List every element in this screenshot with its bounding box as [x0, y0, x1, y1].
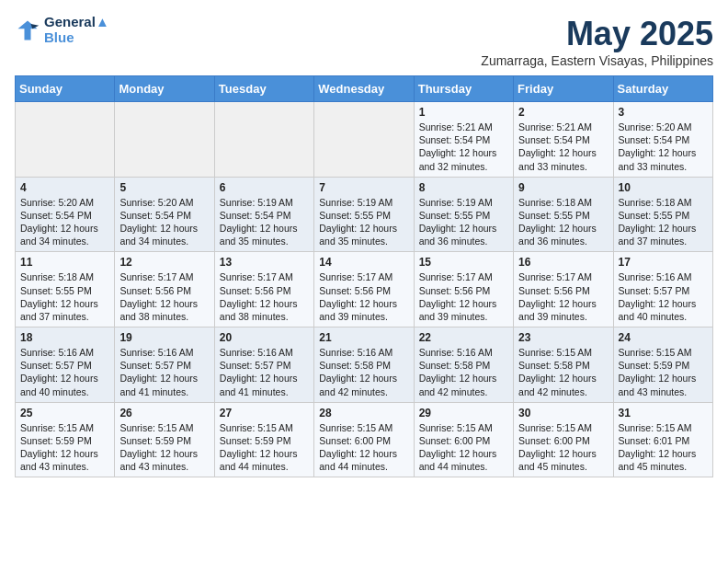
calendar-cell: 7Sunrise: 5:19 AMSunset: 5:55 PMDaylight… [314, 177, 414, 252]
cell-text: Sunset: 5:55 PM [518, 209, 608, 222]
cell-text: Sunset: 5:59 PM [119, 434, 209, 447]
cell-text: Daylight: 12 hours [419, 372, 508, 385]
cell-text: and 37 minutes. [619, 235, 708, 247]
cell-text: Sunset: 5:58 PM [319, 359, 408, 372]
cell-text: Sunset: 5:56 PM [518, 284, 608, 297]
day-number: 24 [619, 331, 708, 344]
calendar-cell: 14Sunrise: 5:17 AMSunset: 5:56 PMDayligh… [314, 252, 414, 327]
cell-text: Sunset: 5:54 PM [518, 133, 608, 146]
cell-text: Sunrise: 5:18 AM [518, 196, 608, 209]
calendar-cell [16, 102, 115, 178]
cell-text: Sunrise: 5:15 AM [119, 421, 209, 434]
cell-text: Daylight: 12 hours [518, 297, 608, 310]
cell-text: and 42 minutes. [319, 385, 408, 398]
cell-text: Sunset: 5:57 PM [119, 359, 209, 372]
cell-text: Sunset: 5:58 PM [419, 359, 508, 372]
cell-text: Daylight: 12 hours [119, 447, 209, 460]
day-number: 23 [518, 331, 608, 344]
calendar-cell: 19Sunrise: 5:16 AMSunset: 5:57 PMDayligh… [115, 327, 214, 403]
calendar-cell: 11Sunrise: 5:18 AMSunset: 5:55 PMDayligh… [16, 252, 115, 327]
cell-text: and 39 minutes. [518, 310, 608, 323]
calendar-cell [214, 102, 313, 178]
cell-text: Sunrise: 5:16 AM [220, 346, 309, 359]
cell-text: Sunrise: 5:16 AM [119, 346, 209, 359]
cell-text: Daylight: 12 hours [419, 297, 508, 310]
calendar-cell: 3Sunrise: 5:20 AMSunset: 5:54 PMDaylight… [613, 102, 712, 178]
cell-text: and 34 minutes. [20, 235, 109, 247]
day-number: 21 [319, 331, 408, 344]
cell-text: Sunset: 5:58 PM [518, 359, 608, 372]
cell-text: Sunset: 5:59 PM [619, 359, 708, 372]
day-number: 31 [619, 407, 708, 419]
cell-text: Daylight: 12 hours [220, 372, 309, 385]
day-number: 19 [119, 331, 209, 344]
cell-text: Sunset: 5:54 PM [220, 209, 309, 222]
day-number: 26 [119, 407, 209, 419]
day-header-tuesday: Tuesday [214, 76, 313, 102]
calendar-cell: 24Sunrise: 5:15 AMSunset: 5:59 PMDayligh… [613, 327, 712, 403]
cell-text: Daylight: 12 hours [619, 222, 708, 235]
day-number: 18 [20, 331, 109, 344]
cell-text: Sunset: 6:00 PM [319, 434, 408, 447]
calendar-cell: 31Sunrise: 5:15 AMSunset: 6:01 PMDayligh… [613, 402, 712, 477]
day-number: 5 [119, 181, 209, 194]
cell-text: Daylight: 12 hours [220, 297, 309, 310]
day-number: 30 [518, 407, 608, 419]
day-number: 11 [20, 256, 109, 269]
day-number: 28 [319, 407, 408, 419]
calendar-week-3: 11Sunrise: 5:18 AMSunset: 5:55 PMDayligh… [16, 252, 713, 327]
cell-text: and 39 minutes. [319, 310, 408, 323]
cell-text: Daylight: 12 hours [319, 222, 408, 235]
calendar-header: SundayMondayTuesdayWednesdayThursdayFrid… [16, 76, 713, 102]
cell-text: Sunrise: 5:20 AM [619, 121, 708, 133]
calendar-cell: 4Sunrise: 5:20 AMSunset: 5:54 PMDaylight… [16, 177, 115, 252]
cell-text: Sunrise: 5:15 AM [319, 421, 408, 434]
cell-text: Sunrise: 5:17 AM [319, 270, 408, 283]
cell-text: Sunrise: 5:15 AM [619, 421, 708, 434]
calendar-cell: 29Sunrise: 5:15 AMSunset: 6:00 PMDayligh… [414, 402, 513, 477]
cell-text: Daylight: 12 hours [20, 447, 109, 460]
cell-text: Sunset: 6:00 PM [419, 434, 508, 447]
cell-text: and 36 minutes. [518, 235, 608, 247]
day-number: 6 [220, 181, 309, 194]
day-number: 3 [619, 106, 708, 119]
cell-text: Sunrise: 5:17 AM [518, 270, 608, 283]
cell-text: Sunset: 5:56 PM [319, 284, 408, 297]
cell-text: Sunrise: 5:16 AM [419, 346, 508, 359]
cell-text: Daylight: 12 hours [20, 222, 109, 235]
day-header-thursday: Thursday [414, 76, 513, 102]
cell-text: and 44 minutes. [419, 460, 508, 473]
day-number: 7 [319, 181, 408, 194]
day-header-wednesday: Wednesday [314, 76, 414, 102]
cell-text: and 41 minutes. [119, 385, 209, 398]
cell-text: Sunrise: 5:17 AM [419, 270, 508, 283]
calendar-week-2: 4Sunrise: 5:20 AMSunset: 5:54 PMDaylight… [16, 177, 713, 252]
cell-text: Sunset: 5:57 PM [220, 359, 309, 372]
cell-text: Sunrise: 5:16 AM [20, 346, 109, 359]
cell-text: Daylight: 12 hours [419, 146, 508, 159]
calendar-cell [314, 102, 414, 178]
cell-text: Daylight: 12 hours [619, 447, 708, 460]
cell-text: Sunset: 5:55 PM [20, 284, 109, 297]
cell-text: Daylight: 12 hours [518, 447, 608, 460]
cell-text: Daylight: 12 hours [619, 146, 708, 159]
calendar-table: SundayMondayTuesdayWednesdayThursdayFrid… [15, 75, 713, 477]
cell-text: and 33 minutes. [619, 160, 708, 173]
calendar-cell: 23Sunrise: 5:15 AMSunset: 5:58 PMDayligh… [514, 327, 613, 403]
cell-text: and 35 minutes. [220, 235, 309, 247]
cell-text: Daylight: 12 hours [119, 297, 209, 310]
cell-text: and 40 minutes. [619, 310, 708, 323]
cell-text: Daylight: 12 hours [319, 447, 408, 460]
calendar-cell: 6Sunrise: 5:19 AMSunset: 5:54 PMDaylight… [214, 177, 313, 252]
cell-text: and 43 minutes. [619, 385, 708, 398]
cell-text: Sunrise: 5:15 AM [518, 346, 608, 359]
cell-text: Sunrise: 5:20 AM [20, 196, 109, 209]
day-header-friday: Friday [514, 76, 613, 102]
cell-text: Daylight: 12 hours [20, 297, 109, 310]
cell-text: and 42 minutes. [419, 385, 508, 398]
day-number: 9 [518, 181, 608, 194]
cell-text: and 45 minutes. [518, 460, 608, 473]
day-number: 1 [419, 106, 508, 119]
calendar-cell: 30Sunrise: 5:15 AMSunset: 6:00 PMDayligh… [514, 402, 613, 477]
calendar-cell: 17Sunrise: 5:16 AMSunset: 5:57 PMDayligh… [613, 252, 712, 327]
